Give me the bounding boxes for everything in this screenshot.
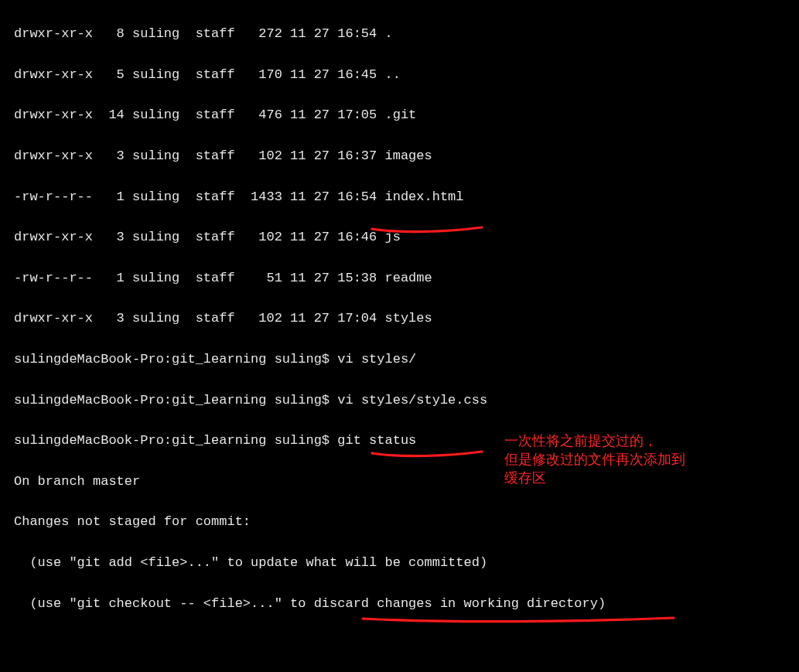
blank-line [14,634,799,654]
prompt: sulingdeMacBook-Pro:git_learning suling$ [14,393,337,408]
prompt: sulingdeMacBook-Pro:git_learning suling$ [14,433,337,448]
underline-icon [360,614,678,626]
annotation-line: 一次性将之前提交过的， [504,432,685,450]
prompt: sulingdeMacBook-Pro:git_learning suling$ [14,352,337,367]
command: vi styles/style.css [337,393,487,408]
ls-row: drwxr-xr-x 14 suling staff 476 11 27 17:… [14,105,799,125]
annotation-line: 但是修改过的文件再次添加到 [504,450,685,469]
prompt-line: sulingdeMacBook-Pro:git_learning suling$… [14,350,799,370]
ls-row: -rw-r--r-- 1 suling staff 51 11 27 15:38… [14,268,799,288]
terminal-output: drwxr-xr-x 8 suling staff 272 11 27 16:5… [0,0,799,672]
command: vi styles/ [337,352,416,367]
status-heading: Changes not staged for commit: [14,512,799,532]
command: git status [337,433,416,448]
ls-row: -rw-r--r-- 1 suling staff 1433 11 27 16:… [14,187,799,207]
annotation-text: 一次性将之前提交过的， 但是修改过的文件再次添加到 缓存区 [504,432,685,487]
ls-row: drwxr-xr-x 3 suling staff 102 11 27 16:4… [14,227,799,247]
ls-row: drwxr-xr-x 3 suling staff 102 11 27 17:0… [14,309,799,329]
ls-row: drwxr-xr-x 3 suling staff 102 11 27 16:3… [14,146,799,166]
status-hint: (use "git checkout -- <file>..." to disc… [14,594,799,614]
status-hint: (use "git add <file>..." to update what … [14,553,799,573]
prompt-line: sulingdeMacBook-Pro:git_learning suling$… [14,391,799,411]
ls-row: drwxr-xr-x 8 suling staff 272 11 27 16:5… [14,24,799,44]
ls-row: drwxr-xr-x 5 suling staff 170 11 27 16:4… [14,65,799,85]
annotation-line: 缓存区 [504,469,685,487]
